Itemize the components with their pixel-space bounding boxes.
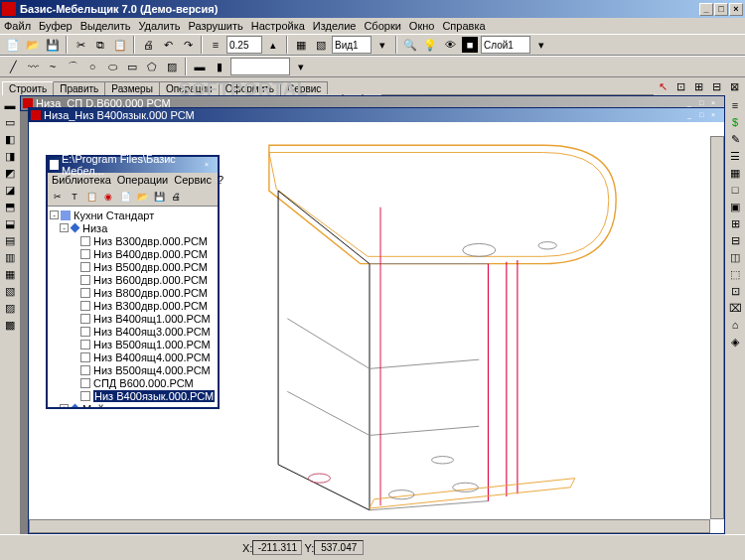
wireframe-icon[interactable]: ▧ — [312, 36, 330, 54]
menu-product[interactable]: Изделие — [313, 20, 357, 32]
snap3-icon[interactable]: ⊟ — [707, 77, 725, 95]
open-icon[interactable]: 📂 — [24, 36, 42, 54]
lt-14-icon[interactable]: ▩ — [2, 317, 18, 333]
scrollbar-horizontal[interactable] — [29, 519, 710, 533]
panel-icon[interactable]: ▬ — [191, 58, 209, 75]
snap2-icon[interactable]: ⊞ — [689, 77, 707, 95]
lt-panel-icon[interactable]: ▬ — [2, 97, 18, 113]
circle-icon[interactable]: ○ — [83, 58, 101, 75]
menu-delete[interactable]: Удалить — [138, 20, 180, 32]
stepper-up-icon[interactable]: ▴ — [264, 36, 282, 54]
layer-select[interactable] — [481, 36, 530, 54]
lt-5-icon[interactable]: ◩ — [2, 165, 18, 181]
lt-6-icon[interactable]: ◪ — [2, 182, 18, 198]
lib-print-icon[interactable]: 🖨 — [168, 189, 184, 205]
line-weight-icon[interactable]: ≡ — [207, 36, 224, 54]
menu-window[interactable]: Окно — [409, 20, 435, 32]
rt-5-icon[interactable]: ▦ — [727, 165, 743, 181]
lt-9-icon[interactable]: ▤ — [2, 232, 18, 248]
menu-select[interactable]: Выделить — [80, 20, 131, 32]
tree-item[interactable]: Низ В300двр.000.РСМ — [50, 299, 216, 312]
lib-color-icon[interactable]: ◉ — [100, 189, 116, 205]
snap4-icon[interactable]: ⊠ — [725, 77, 743, 95]
menu-destroy[interactable]: Разрушить — [188, 20, 242, 32]
tree-item[interactable]: Низ В600двр.000.РСМ — [50, 273, 216, 286]
zoom-icon[interactable]: 🔍 — [401, 36, 419, 54]
arc-icon[interactable]: ⌒ — [64, 58, 81, 75]
rt-8-icon[interactable]: ⊞ — [727, 215, 743, 231]
tree-toggle-icon[interactable]: - — [60, 223, 69, 232]
rect-icon[interactable]: ▭ — [123, 58, 141, 75]
view-select[interactable] — [332, 36, 372, 54]
scrollbar-vertical[interactable] — [710, 136, 724, 519]
material-dropdown-icon[interactable]: ▾ — [292, 58, 310, 75]
rt-1-icon[interactable]: ≡ — [727, 97, 743, 113]
tab-build[interactable]: Строить — [2, 81, 54, 95]
menu-file[interactable]: Файл — [4, 20, 31, 32]
tree-item[interactable]: Низ В400ящ3.000.РСМ — [50, 325, 216, 338]
lib-open-icon[interactable]: 📂 — [134, 189, 150, 205]
lt-4-icon[interactable]: ◨ — [2, 148, 18, 164]
minimize-button[interactable]: _ — [699, 3, 713, 16]
panel2-icon[interactable]: ▮ — [211, 58, 228, 75]
lib-save-icon[interactable]: 💾 — [151, 189, 167, 205]
undo-icon[interactable]: ↶ — [159, 36, 177, 54]
close-button[interactable]: × — [729, 3, 743, 16]
rt-6-icon[interactable]: □ — [727, 182, 743, 198]
lt-11-icon[interactable]: ▦ — [2, 266, 18, 282]
tab-edit[interactable]: Править — [53, 81, 105, 95]
lib-new-icon[interactable]: 📄 — [117, 189, 133, 205]
hatch-icon[interactable]: ▨ — [163, 58, 181, 75]
rt-13-icon[interactable]: ⌧ — [727, 300, 743, 316]
color-swatch-icon[interactable]: ■ — [461, 36, 479, 54]
menu-assemblies[interactable]: Сборки — [364, 20, 400, 32]
layer-dropdown-icon[interactable]: ▾ — [532, 36, 550, 54]
polyline-icon[interactable]: 〰 — [24, 58, 42, 75]
menu-buffer[interactable]: Буфер — [39, 20, 73, 32]
tree-toggle-icon[interactable]: + — [60, 404, 69, 407]
lib-paste-icon[interactable]: 📋 — [83, 189, 99, 205]
lib-cut-icon[interactable]: ✂ — [50, 189, 66, 205]
menu-settings[interactable]: Настройка — [251, 20, 305, 32]
rt-dollar-icon[interactable]: $ — [727, 114, 743, 130]
snap1-icon[interactable]: ⊡ — [671, 77, 689, 95]
lib-menu-ops[interactable]: Операции — [117, 174, 168, 186]
lt-box-icon[interactable]: ▭ — [2, 114, 18, 130]
material-select[interactable] — [230, 58, 290, 75]
tree-item[interactable]: Низ В500двр.000.РСМ — [50, 260, 216, 273]
tree-item[interactable]: -Низа — [50, 221, 216, 234]
tree-toggle-icon[interactable]: - — [50, 210, 59, 219]
lt-7-icon[interactable]: ⬒ — [2, 199, 18, 214]
lib-menu-help[interactable]: ? — [218, 174, 224, 186]
lib-close-icon[interactable]: × — [205, 160, 216, 170]
rt-11-icon[interactable]: ⬚ — [727, 266, 743, 282]
spline-icon[interactable]: ~ — [44, 58, 62, 75]
bulb-icon[interactable]: 💡 — [421, 36, 439, 54]
rt-4-icon[interactable]: ☰ — [727, 148, 743, 164]
tree-item[interactable]: СПД В600.000.РСМ — [50, 376, 216, 389]
mdi-max-icon[interactable]: □ — [699, 110, 710, 120]
tree-item[interactable]: Низ В300двр.000.РСМ — [50, 234, 216, 247]
tree-item[interactable]: -Кухни Стандарт — [50, 209, 216, 221]
tree-item[interactable]: +Мойки — [50, 402, 216, 407]
tree-item[interactable]: Низ В500ящ1.000.РСМ — [50, 338, 216, 350]
rt-10-icon[interactable]: ◫ — [727, 249, 743, 265]
cut-icon[interactable]: ✂ — [72, 36, 89, 54]
lt-3-icon[interactable]: ◧ — [2, 131, 18, 147]
tree-item[interactable]: Низ В400ящ1.000.РСМ — [50, 312, 216, 325]
save-icon[interactable]: 💾 — [44, 36, 62, 54]
render-mode-icon[interactable]: ▦ — [292, 36, 310, 54]
tree-item[interactable]: Низ В400двр.000.РСМ — [50, 247, 216, 260]
print-icon[interactable]: 🖨 — [139, 36, 157, 54]
polygon-icon[interactable]: ⬠ — [143, 58, 161, 75]
line-icon[interactable]: ╱ — [4, 58, 22, 75]
lib-menu-library[interactable]: Библиотека — [52, 174, 111, 186]
pointer-icon[interactable]: ↖ — [654, 77, 671, 95]
tree-item[interactable]: Низ В400ящ4.000.РСМ — [50, 350, 216, 363]
mdi-min-icon[interactable]: _ — [687, 110, 698, 120]
rt-3-icon[interactable]: ✎ — [727, 131, 743, 147]
lib-menu-service[interactable]: Сервис — [174, 174, 212, 186]
thickness-input[interactable] — [226, 36, 262, 54]
new-icon[interactable]: 📄 — [4, 36, 22, 54]
tree-item[interactable]: Низ В500ящ4.000.РСМ — [50, 363, 216, 376]
